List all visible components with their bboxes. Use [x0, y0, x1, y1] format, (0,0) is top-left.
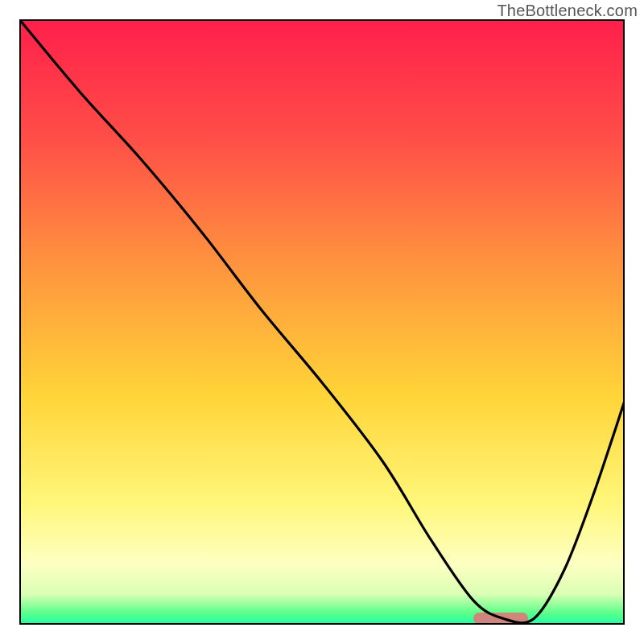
chart-container: TheBottleneck.com: [0, 0, 644, 644]
plot-area: [19, 19, 625, 625]
watermark-text: TheBottleneck.com: [497, 2, 638, 20]
bottleneck-curve: [19, 19, 625, 625]
